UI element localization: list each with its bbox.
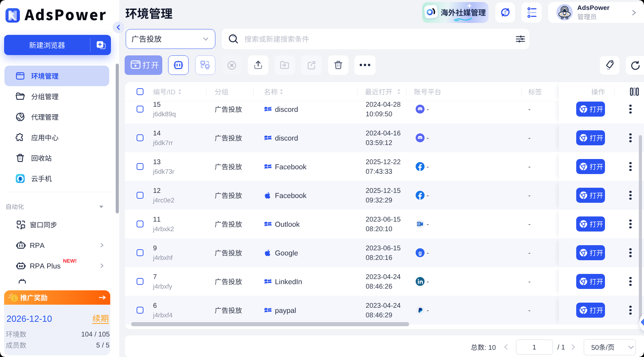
svg-text:$: $ — [13, 296, 16, 301]
svg-text:g: g — [418, 250, 422, 256]
